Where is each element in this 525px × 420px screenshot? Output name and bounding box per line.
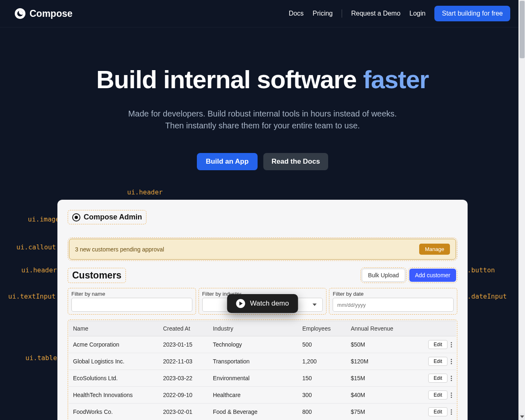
brand-name: Compose <box>30 8 73 19</box>
bulk-upload-button[interactable]: Bulk Upload <box>362 269 405 282</box>
cell-created: 2022-11-03 <box>159 353 208 370</box>
annotation-table: ui.table <box>25 354 57 362</box>
filter-date: Filter by date <box>330 289 456 313</box>
table-row[interactable]: Global Logistics Inc.2022-11-03Transport… <box>69 353 456 370</box>
cell-created: 2023-01-15 <box>159 336 208 353</box>
cell-name: Global Logistics Inc. <box>69 353 159 370</box>
row-menu-icon[interactable] <box>451 409 452 415</box>
cell-name: FoodWorks Co. <box>69 404 159 420</box>
section-actions: Bulk Upload Add customer <box>362 269 456 282</box>
callout: 3 new customers pending approval Manage <box>69 239 456 260</box>
cell-employees: 1,200 <box>298 353 347 370</box>
nav-divider <box>342 9 342 18</box>
compose-logo-icon <box>15 8 25 19</box>
table-row[interactable]: Acme Corporation2023-01-15Technology500$… <box>69 336 456 353</box>
card-title: Compose Admin <box>84 213 142 221</box>
edit-button[interactable]: Edit <box>428 374 447 383</box>
scrollbar-down-arrow-icon[interactable] <box>519 413 525 420</box>
read-docs-button[interactable]: Read the Docs <box>263 153 328 170</box>
annotation-header: ui.header <box>127 188 163 196</box>
edit-button[interactable]: Edit <box>428 340 447 349</box>
col-employees: Employees <box>298 321 347 336</box>
add-customer-button[interactable]: Add customer <box>409 269 456 282</box>
filter-name: Filter by name <box>69 289 195 313</box>
table-row[interactable]: HealthTech Innovations2022-09-10Healthca… <box>69 387 456 404</box>
cell-employees: 500 <box>298 336 347 353</box>
top-nav: Compose Docs Pricing Request a Demo Logi… <box>0 0 525 27</box>
cell-revenue: $40M <box>347 387 414 404</box>
cell-industry: Technology <box>209 336 298 353</box>
row-menu-icon[interactable] <box>451 342 452 347</box>
customers-heading: Customers <box>69 269 125 282</box>
nav-link-login[interactable]: Login <box>409 10 425 17</box>
cell-created: 2023-02-01 <box>159 404 208 420</box>
annotation-image: ui.image <box>28 215 59 223</box>
col-name: Name <box>69 321 159 336</box>
hero-actions: Build an App Read the Docs <box>8 153 517 170</box>
cell-name: HealthTech Innovations <box>69 387 159 404</box>
cell-name: Acme Corporation <box>69 336 159 353</box>
play-icon <box>236 299 245 308</box>
demo-wrap: ui.header ui.image ui.callout ui.header … <box>57 200 468 420</box>
filter-date-input[interactable] <box>333 298 454 312</box>
hero-title: Build internal software faster <box>8 65 517 94</box>
hero-title-main: Build internal software <box>96 66 363 94</box>
cell-industry: Environmental <box>209 370 298 387</box>
card-header: Compose Admin <box>69 211 145 223</box>
start-building-button[interactable]: Start building for free <box>434 6 510 21</box>
edit-button[interactable]: Edit <box>428 390 447 399</box>
annotation-header2: ui.header <box>21 266 57 274</box>
row-menu-icon[interactable] <box>451 376 452 381</box>
col-industry: Industry <box>209 321 298 336</box>
hero-subtitle: Made for developers. Build robust intern… <box>119 108 406 132</box>
edit-button[interactable]: Edit <box>428 407 447 416</box>
page-scrollbar[interactable] <box>518 0 525 420</box>
cell-revenue: $75M <box>347 404 414 420</box>
filter-name-input[interactable] <box>71 298 192 312</box>
hero: Build internal software faster Made for … <box>0 27 525 170</box>
manage-button[interactable]: Manage <box>419 244 450 255</box>
row-menu-icon[interactable] <box>451 393 452 398</box>
watch-demo-button[interactable]: Watch demo <box>227 294 298 313</box>
table-row[interactable]: EcoSolutions Ltd.2023-03-22Environmental… <box>69 370 456 387</box>
watch-demo-label: Watch demo <box>250 299 289 308</box>
demo-card: Compose Admin 3 new customers pending ap… <box>57 200 468 420</box>
cell-industry: Healthcare <box>209 387 298 404</box>
annotation-textinput: ui.textInput <box>8 292 56 300</box>
hero-title-accent: faster <box>363 66 429 94</box>
annotation-callout: ui.callout <box>16 243 56 251</box>
cell-employees: 800 <box>298 404 347 420</box>
brand[interactable]: Compose <box>15 8 73 19</box>
customers-table: Name Created At Industry Employees Annua… <box>69 321 456 420</box>
cell-name: EcoSolutions Ltd. <box>69 370 159 387</box>
table-row[interactable]: FoodWorks Co.2023-02-01Food & Beverage80… <box>69 404 456 420</box>
cell-created: 2023-03-22 <box>159 370 208 387</box>
table-header-row: Name Created At Industry Employees Annua… <box>69 321 456 336</box>
row-menu-icon[interactable] <box>451 359 452 364</box>
callout-text: 3 new customers pending approval <box>75 246 164 253</box>
nav-link-docs[interactable]: Docs <box>289 10 304 17</box>
scrollbar-thumb[interactable] <box>520 1 525 58</box>
nav-link-pricing[interactable]: Pricing <box>313 10 333 17</box>
build-app-button[interactable]: Build an App <box>197 153 258 170</box>
cell-industry: Food & Beverage <box>209 404 298 420</box>
cell-revenue: $15M <box>347 370 414 387</box>
filter-date-label: Filter by date <box>333 291 454 297</box>
card-logo-icon <box>72 213 80 221</box>
nav-right: Docs Pricing Request a Demo Login Start … <box>289 6 510 21</box>
cell-employees: 300 <box>298 387 347 404</box>
chevron-down-icon <box>313 304 317 306</box>
cell-industry: Transportation <box>209 353 298 370</box>
nav-link-demo[interactable]: Request a Demo <box>351 10 400 17</box>
col-revenue: Annual Revenue <box>347 321 414 336</box>
cell-revenue: $50M <box>347 336 414 353</box>
cell-revenue: $120M <box>347 353 414 370</box>
edit-button[interactable]: Edit <box>428 357 447 366</box>
cell-created: 2022-09-10 <box>159 387 208 404</box>
section-row: Customers Bulk Upload Add customer <box>69 269 456 282</box>
cell-employees: 150 <box>298 370 347 387</box>
filter-name-label: Filter by name <box>71 291 192 297</box>
col-created: Created At <box>159 321 208 336</box>
